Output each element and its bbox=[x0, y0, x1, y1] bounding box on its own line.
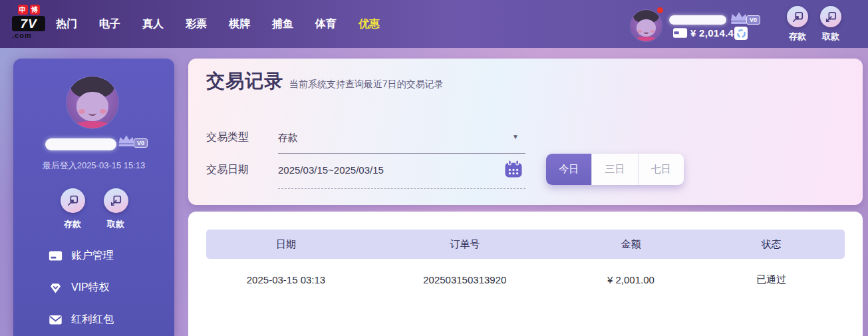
topbar-withdraw-button[interactable] bbox=[820, 6, 841, 27]
table-header-4: 状态 bbox=[698, 238, 845, 251]
date-range-quick-buttons: 今日三日七日 bbox=[546, 154, 684, 185]
page: 申 博 7V .com 热门电子真人彩票棋牌捕鱼体育优惠 V0 ¥ 2,0 bbox=[0, 0, 868, 336]
nav-item-5[interactable]: 棋牌 bbox=[229, 17, 250, 31]
logo-suffix: .com bbox=[12, 31, 45, 39]
username-redacted bbox=[669, 15, 726, 25]
withdraw-arrow-icon bbox=[825, 11, 837, 23]
sidebar-withdraw-button[interactable] bbox=[104, 188, 128, 213]
sidebar-crown-icon bbox=[117, 134, 136, 148]
table-cell: 已通过 bbox=[698, 273, 845, 286]
nav-item-8[interactable]: 优惠 bbox=[359, 17, 380, 31]
nav-item-1[interactable]: 热门 bbox=[56, 17, 77, 31]
sidebar-item-label: 账户管理 bbox=[71, 249, 114, 263]
card-icon bbox=[49, 250, 63, 262]
site-logo[interactable]: 申 博 7V .com bbox=[12, 5, 45, 39]
logo-badges: 申 博 bbox=[12, 5, 45, 15]
chevron-down-icon[interactable]: ▼ bbox=[512, 133, 519, 140]
refresh-balance-button[interactable] bbox=[734, 27, 748, 40]
refresh-icon bbox=[736, 29, 746, 39]
withdraw-arrow-icon bbox=[110, 194, 122, 207]
table-cell: 202503150313920 bbox=[366, 274, 564, 285]
sidebar-item-1[interactable]: 账户管理 bbox=[49, 249, 114, 263]
logo-text: 7V bbox=[12, 16, 45, 31]
sidebar-item-2[interactable]: VIP特权 bbox=[49, 281, 110, 295]
table-row: 2025-03-15 03:13202503150313920¥ 2,001.0… bbox=[206, 259, 845, 300]
title-row: 交易记录 当前系统支持查询最近7日的交易记录 bbox=[206, 69, 444, 94]
page-title: 交易记录 bbox=[206, 69, 283, 94]
logo-badge-1: 申 bbox=[18, 5, 28, 15]
transaction-filter-panel: 交易记录 当前系统支持查询最近7日的交易记录 交易类型 存款 ▼ 交易日期 20… bbox=[188, 59, 863, 205]
top-navigation-bar: 申 博 7V .com 热门电子真人彩票棋牌捕鱼体育优惠 V0 ¥ 2,0 bbox=[0, 0, 868, 48]
transaction-type-label: 交易类型 bbox=[206, 130, 249, 144]
table-header-2: 订单号 bbox=[366, 238, 564, 251]
gem-icon bbox=[49, 281, 63, 294]
deposit-arrow-icon bbox=[792, 11, 804, 23]
nav-item-7[interactable]: 体育 bbox=[315, 17, 337, 31]
sidebar-withdraw-label[interactable]: 取款 bbox=[101, 218, 130, 230]
topbar-deposit-button[interactable] bbox=[787, 6, 808, 27]
sidebar: V0 最后登入2025-03-15 15:13 存款 取款 账户管理VIP特权红… bbox=[13, 59, 174, 336]
nav-item-2[interactable]: 电子 bbox=[99, 17, 120, 31]
nav-item-3[interactable]: 真人 bbox=[142, 17, 164, 31]
sidebar-item-3[interactable]: 红利红包 bbox=[49, 313, 114, 327]
date-input-underline bbox=[278, 188, 525, 189]
table-header-row: 日期订单号金额状态 bbox=[206, 230, 845, 259]
table-header-3: 金额 bbox=[564, 238, 698, 251]
vip-level-badge: V0 bbox=[746, 15, 760, 25]
logo-badge-2: 博 bbox=[30, 5, 40, 15]
range-button-3[interactable]: 七日 bbox=[639, 154, 684, 185]
transaction-table-panel: 日期订单号金额状态 2025-03-15 03:1320250315031392… bbox=[188, 212, 863, 336]
page-subtitle: 当前系统支持查询最近7日的交易记录 bbox=[289, 79, 444, 94]
table-body: 2025-03-15 03:13202503150313920¥ 2,001.0… bbox=[206, 259, 845, 300]
envelope-icon bbox=[49, 313, 63, 326]
table-cell: 2025-03-15 03:13 bbox=[206, 274, 366, 285]
transaction-type-select[interactable]: 存款 bbox=[278, 132, 298, 144]
deposit-arrow-icon bbox=[67, 194, 79, 207]
sidebar-item-label: 红利红包 bbox=[71, 313, 114, 327]
range-button-1[interactable]: 今日 bbox=[546, 154, 592, 185]
type-select-underline bbox=[278, 153, 525, 154]
sidebar-username-redacted bbox=[45, 138, 116, 150]
sidebar-vip-level-badge: V0 bbox=[134, 138, 148, 148]
nav-item-4[interactable]: 彩票 bbox=[186, 17, 207, 31]
user-avatar[interactable] bbox=[631, 10, 662, 41]
wallet-icon bbox=[673, 28, 688, 38]
transaction-date-label: 交易日期 bbox=[206, 163, 249, 177]
range-button-2[interactable]: 三日 bbox=[592, 154, 638, 185]
sidebar-avatar[interactable] bbox=[67, 77, 118, 128]
calendar-icon bbox=[504, 159, 523, 179]
topbar-deposit-label[interactable]: 存款 bbox=[783, 31, 812, 43]
main-nav: 热门电子真人彩票棋牌捕鱼体育优惠 bbox=[56, 0, 380, 48]
calendar-button[interactable] bbox=[504, 159, 523, 179]
date-range-input[interactable]: 2025/03/15~2025/03/15 bbox=[278, 164, 384, 176]
table-cell: ¥ 2,001.00 bbox=[564, 274, 698, 285]
table-header-1: 日期 bbox=[206, 238, 366, 251]
sidebar-deposit-label[interactable]: 存款 bbox=[58, 218, 87, 230]
sidebar-item-label: VIP特权 bbox=[71, 281, 110, 295]
nav-item-6[interactable]: 捕鱼 bbox=[272, 17, 293, 31]
topbar-withdraw-label[interactable]: 取款 bbox=[816, 31, 845, 43]
last-login-text: 最后登入2025-03-15 15:13 bbox=[13, 160, 174, 172]
sidebar-deposit-button[interactable] bbox=[61, 188, 85, 213]
balance-amount: ¥ 2,014.41 bbox=[690, 27, 740, 39]
notification-dot bbox=[657, 7, 663, 13]
